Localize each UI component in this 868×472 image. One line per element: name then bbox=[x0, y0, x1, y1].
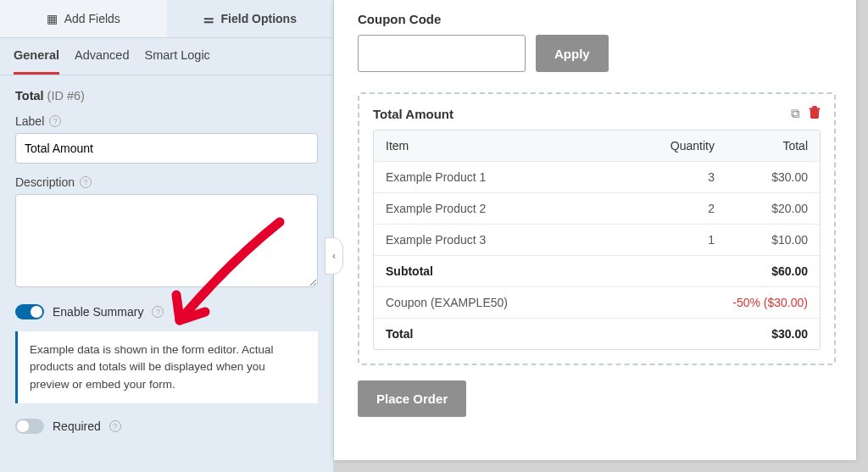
form-preview: ‹ Coupon Code Apply Total Amount ⧉ Item … bbox=[334, 0, 856, 460]
field-title: Total (ID #6) bbox=[15, 89, 318, 103]
tab-general[interactable]: General bbox=[14, 38, 59, 75]
sliders-icon: ⚌ bbox=[203, 12, 214, 25]
subtotal-row: Subtotal $60.00 bbox=[374, 256, 820, 287]
label-label: Label ? bbox=[15, 114, 318, 128]
top-tabs: ▦ Add Fields ⚌ Field Options bbox=[0, 0, 333, 38]
header-total: Total bbox=[715, 139, 808, 153]
required-row: Required ? bbox=[15, 419, 318, 434]
coupon-input[interactable] bbox=[358, 35, 526, 72]
help-icon[interactable]: ? bbox=[152, 306, 164, 318]
description-label: Description ? bbox=[15, 175, 318, 189]
apply-button[interactable]: Apply bbox=[536, 35, 609, 72]
copy-icon[interactable]: ⧉ bbox=[791, 106, 800, 121]
tab-smart-logic[interactable]: Smart Logic bbox=[145, 38, 210, 75]
enable-summary-toggle[interactable] bbox=[15, 304, 44, 319]
required-label: Required bbox=[53, 419, 101, 433]
enable-summary-row: Enable Summary ? bbox=[15, 304, 318, 319]
tab-advanced[interactable]: Advanced bbox=[75, 38, 130, 75]
sidebar: ▦ Add Fields ⚌ Field Options General Adv… bbox=[0, 0, 334, 472]
description-input[interactable] bbox=[15, 194, 318, 287]
label-input[interactable] bbox=[15, 133, 318, 164]
tab-add-fields-label: Add Fields bbox=[64, 12, 120, 25]
header-qty: Quantity bbox=[638, 139, 715, 153]
tab-field-options-label: Field Options bbox=[221, 12, 297, 25]
info-box: Example data is shown in the form editor… bbox=[15, 331, 318, 403]
table-row: Example Product 1 3 $30.00 bbox=[374, 162, 820, 193]
place-order-button[interactable]: Place Order bbox=[358, 380, 466, 417]
sub-tabs: General Advanced Smart Logic bbox=[0, 38, 333, 75]
fields-icon: ▦ bbox=[47, 12, 58, 25]
total-amount-box[interactable]: Total Amount ⧉ Item Quantity Total Examp… bbox=[358, 92, 836, 365]
table-row: Example Product 3 1 $10.00 bbox=[374, 225, 820, 256]
tab-field-options[interactable]: ⚌ Field Options bbox=[167, 0, 334, 37]
summary-table: Item Quantity Total Example Product 1 3 … bbox=[373, 130, 821, 350]
total-actions: ⧉ bbox=[791, 106, 821, 121]
coupon-discount-row: Coupon (EXAMPLE50) -50% ($30.00) bbox=[374, 287, 820, 319]
tab-add-fields[interactable]: ▦ Add Fields bbox=[0, 0, 167, 37]
help-icon[interactable]: ? bbox=[80, 176, 92, 188]
table-header: Item Quantity Total bbox=[374, 130, 820, 162]
total-row: Total $30.00 bbox=[374, 319, 820, 349]
table-row: Example Product 2 2 $20.00 bbox=[374, 193, 820, 225]
header-item: Item bbox=[386, 139, 638, 153]
required-toggle[interactable] bbox=[15, 419, 44, 434]
trash-icon[interactable] bbox=[809, 106, 821, 121]
coupon-row: Apply bbox=[358, 35, 836, 72]
help-icon[interactable]: ? bbox=[109, 420, 121, 432]
enable-summary-label: Enable Summary bbox=[53, 305, 143, 319]
coupon-label: Coupon Code bbox=[358, 12, 836, 26]
options-panel: Total (ID #6) Label ? Description ? Enab… bbox=[0, 75, 333, 459]
collapse-handle[interactable]: ‹ bbox=[325, 237, 343, 275]
total-title: Total Amount bbox=[373, 107, 453, 121]
help-icon[interactable]: ? bbox=[49, 115, 61, 127]
total-header: Total Amount ⧉ bbox=[373, 106, 821, 121]
